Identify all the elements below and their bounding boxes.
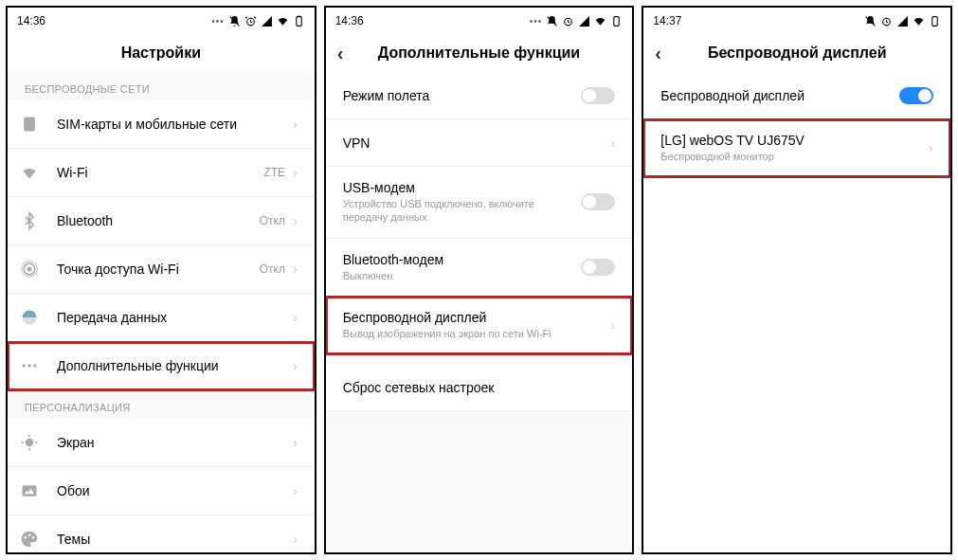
row-wifi[interactable]: Wi-Fi ZTE ›	[8, 149, 315, 197]
signal-icon	[578, 15, 590, 27]
back-button[interactable]: ‹	[337, 43, 344, 64]
svg-rect-4	[24, 117, 35, 132]
settings-list[interactable]: БЕСПРОВОДНЫЕ СЕТИ SIM-карты и мобильные …	[8, 72, 315, 552]
wifi-icon	[19, 162, 40, 183]
signal-icon	[261, 15, 273, 27]
row-wdisp-toggle[interactable]: Беспроводной дисплей	[643, 72, 950, 119]
svg-point-5	[27, 267, 32, 272]
more-list[interactable]: Режим полета VPN › USB-модем Устройство …	[326, 72, 633, 552]
status-bar: 14:36 •••	[326, 8, 633, 34]
page-title: Беспроводной дисплей	[708, 45, 887, 62]
row-wireless-display[interactable]: Беспроводной дисплей Вывод изображения н…	[326, 297, 633, 354]
page-title: Дополнительные функции	[378, 45, 580, 62]
chevron-right-icon: ›	[293, 358, 298, 373]
chevron-right-icon: ›	[293, 213, 298, 228]
header: ‹ Дополнительные функции	[326, 34, 633, 72]
screen-settings: 14:36 ••• Настройки БЕСПРОВОДНЫЕ СЕТИ SI…	[6, 6, 316, 554]
svg-point-11	[33, 364, 36, 367]
more-icon	[19, 355, 40, 376]
sim-icon	[19, 114, 40, 135]
svg-point-9	[23, 364, 26, 367]
svg-point-12	[26, 439, 33, 446]
row-airplane[interactable]: Режим полета	[326, 72, 633, 119]
svg-point-10	[27, 364, 30, 367]
usb-toggle[interactable]	[581, 193, 615, 210]
back-button[interactable]: ‹	[655, 43, 661, 64]
chevron-right-icon: ›	[611, 317, 616, 333]
clock: 14:37	[653, 14, 681, 27]
row-more[interactable]: Дополнительные функции ›	[8, 342, 315, 390]
chevron-right-icon: ›	[293, 310, 298, 325]
status-bar: 14:37	[643, 8, 950, 34]
status-icons: •••	[530, 15, 624, 27]
row-vpn[interactable]: VPN ›	[326, 119, 633, 167]
svg-point-18	[25, 536, 27, 539]
svg-point-20	[32, 536, 35, 539]
display-icon	[19, 432, 40, 453]
section-personalization: ПЕРСОНАЛИЗАЦИЯ	[8, 390, 315, 419]
bell-off-icon	[228, 15, 241, 27]
bt-modem-toggle[interactable]	[581, 259, 615, 276]
section-wireless: БЕСПРОВОДНЫЕ СЕТИ	[8, 72, 315, 100]
chevron-right-icon: ›	[293, 117, 298, 132]
chevron-right-icon: ›	[293, 165, 298, 180]
wdisp-toggle[interactable]	[899, 87, 933, 104]
screen-more: 14:36 ••• ‹ Дополнительные функции Режим…	[324, 6, 635, 554]
clock: 14:36	[335, 14, 364, 27]
alarm-icon	[562, 15, 574, 27]
page-title: Настройки	[121, 45, 201, 62]
row-sim[interactable]: SIM-карты и мобильные сети ›	[8, 100, 315, 149]
wifi-icon	[913, 15, 925, 27]
status-icons	[864, 15, 941, 27]
signal-icon	[896, 15, 909, 27]
chevron-right-icon: ›	[293, 532, 298, 547]
chevron-right-icon: ›	[293, 262, 298, 277]
svg-rect-26	[932, 16, 937, 26]
wifi-icon	[277, 15, 289, 27]
screen-wireless-display: 14:37 ‹ Беспроводной дисплей Беспроводно…	[642, 6, 952, 554]
row-hotspot[interactable]: Точка доступа Wi-Fi Откл ›	[8, 245, 315, 294]
bell-off-icon	[546, 15, 558, 27]
row-reset-network[interactable]: Сброс сетевых настроек	[326, 364, 633, 411]
data-icon	[19, 307, 40, 328]
svg-rect-2	[296, 16, 300, 26]
wdisp-list[interactable]: Беспроводной дисплей [LG] webOS TV UJ675…	[643, 72, 950, 552]
header: ‹ Беспроводной дисплей	[643, 34, 950, 72]
row-bt-modem[interactable]: Bluetooth-модем Выключен	[326, 239, 633, 297]
airplane-toggle[interactable]	[581, 87, 615, 104]
hotspot-icon	[19, 259, 40, 280]
row-data[interactable]: Передача данных ›	[8, 294, 315, 342]
bluetooth-icon	[19, 210, 40, 231]
svg-rect-23	[614, 16, 619, 26]
svg-rect-3	[298, 15, 299, 16]
wifi-icon	[594, 15, 606, 27]
chevron-right-icon: ›	[293, 483, 298, 498]
clock: 14:36	[17, 14, 45, 27]
svg-rect-17	[23, 485, 37, 497]
alarm-icon	[880, 15, 893, 27]
bell-off-icon	[864, 15, 877, 27]
battery-icon	[293, 15, 305, 27]
status-icons: •••	[211, 15, 305, 27]
row-wallpaper[interactable]: Обои ›	[8, 467, 315, 515]
chevron-right-icon: ›	[293, 435, 298, 450]
status-bar: 14:36 •••	[8, 8, 315, 34]
themes-icon	[19, 529, 40, 550]
wallpaper-icon	[19, 480, 40, 501]
svg-point-19	[28, 534, 31, 537]
row-display[interactable]: Экран ›	[8, 419, 315, 467]
chevron-right-icon: ›	[929, 140, 933, 155]
battery-icon	[610, 15, 623, 27]
row-themes[interactable]: Темы ›	[8, 515, 315, 552]
alarm-icon	[244, 15, 257, 27]
header: Настройки	[8, 34, 315, 72]
battery-icon	[929, 15, 941, 27]
row-usb-modem[interactable]: USB-модем Устройство USB подключено, вкл…	[326, 167, 633, 239]
row-device[interactable]: [LG] webOS TV UJ675V Беспроводной монито…	[643, 119, 950, 177]
chevron-right-icon: ›	[611, 135, 616, 151]
row-bluetooth[interactable]: Bluetooth Откл ›	[8, 197, 315, 245]
